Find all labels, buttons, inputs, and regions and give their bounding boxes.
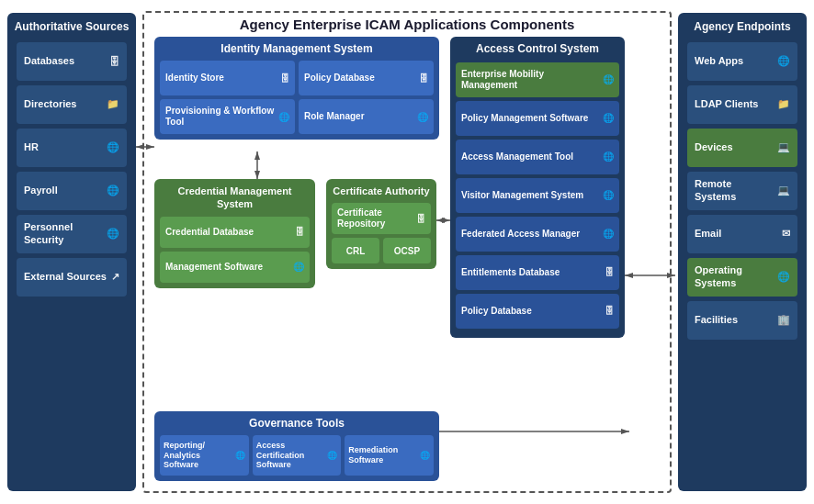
building-icon: 🏢 <box>777 314 790 326</box>
folder-icon: 📁 <box>107 98 119 110</box>
identity-mgmt-grid: Identity Store 🗄 Policy Database 🗄 Provi… <box>160 61 434 134</box>
access-mgmt-tool-label: Access Management Tool <box>461 151 599 162</box>
governance-tools-grid: Reporting/ Analytics Software 🌐 Access C… <box>160 435 434 476</box>
entitlements-db-label: Entitlements Database <box>461 267 601 278</box>
external-sources-label: External Sources <box>24 271 107 283</box>
database-icon: 🗄 <box>295 227 304 237</box>
list-item: Entitlements Database 🗄 <box>456 255 619 290</box>
cert-repository-label: Certificate Repository <box>337 207 413 230</box>
cert-authority-panel: Certificate Authority Certificate Reposi… <box>326 179 436 269</box>
globe-icon: 🌐 <box>327 451 337 460</box>
auth-sources-panel: Authoritative Sources Databases 🗄 Direct… <box>7 13 136 491</box>
list-item: LDAP Clients 📁 <box>687 85 797 124</box>
list-item: Email ✉ <box>687 215 797 253</box>
globe-icon: 🌐 <box>417 112 428 122</box>
list-item: CRL <box>332 238 379 263</box>
list-item: Policy Database 🗄 <box>456 294 619 329</box>
facilities-label: Facilities <box>695 314 774 326</box>
list-item: Databases 🗄 <box>17 42 127 81</box>
list-item: Certificate Repository 🗄 <box>332 203 431 234</box>
auth-sources-title: Authoritative Sources <box>15 20 130 35</box>
database-icon: 🗄 <box>109 56 119 67</box>
role-manager-label: Role Manager <box>304 111 413 122</box>
list-item: Provisioning & Workflow Tool 🌐 <box>160 99 295 134</box>
governance-tools-panel: Governance Tools Reporting/ Analytics So… <box>154 411 439 481</box>
list-item: Role Manager 🌐 <box>299 99 434 134</box>
management-software-label: Management Software <box>165 262 289 273</box>
visitor-mgmt-label: Visitor Management System <box>461 190 599 201</box>
list-item: Facilities 🏢 <box>687 301 797 340</box>
list-item: Enterprise Mobility Management 🌐 <box>456 62 619 97</box>
database-icon: 🗄 <box>280 73 289 84</box>
identity-mgmt-panel: Identity Management System Identity Stor… <box>154 37 439 140</box>
reporting-analytics-label: Reporting/ Analytics Software <box>164 441 232 470</box>
federated-access-label: Federated Access Manager <box>461 229 599 240</box>
agency-endpoints-title: Agency Endpoints <box>694 20 790 35</box>
list-item: Management Software 🌐 <box>160 252 310 283</box>
devices-label: Devices <box>695 141 774 153</box>
list-item: OCSP <box>383 238 431 263</box>
directories-label: Directories <box>24 98 103 110</box>
remote-systems-label: Remote Systems <box>695 178 774 202</box>
globe-icon: 🌐 <box>107 228 119 240</box>
globe-icon: 🌐 <box>603 229 614 239</box>
web-apps-label: Web Apps <box>695 55 774 67</box>
credential-database-label: Credential Database <box>165 227 291 238</box>
list-item: External Sources ↗ <box>17 258 127 297</box>
databases-label: Databases <box>24 55 106 67</box>
list-item: Remediation Software 🌐 <box>345 435 434 476</box>
credential-mgmt-title: Credential Management System <box>160 185 310 211</box>
database-icon: 🗄 <box>605 306 614 316</box>
remediation-software-label: Remediation Software <box>348 445 416 465</box>
globe-icon: 🌐 <box>777 271 790 283</box>
list-item: Credential Database 🗄 <box>160 217 310 248</box>
governance-title: Governance Tools <box>160 417 434 430</box>
list-item: Remote Systems 💻 <box>687 172 797 210</box>
list-item: Federated Access Manager 🌐 <box>456 217 619 252</box>
globe-icon: 🌐 <box>278 112 289 122</box>
globe-icon: 🌐 <box>293 262 304 272</box>
policy-mgmt-software-label: Policy Management Software <box>461 113 599 124</box>
credential-mgmt-inner: Credential Database 🗄 Management Softwar… <box>160 217 310 283</box>
globe-icon: 🌐 <box>603 151 614 162</box>
globe-icon: 🌐 <box>107 141 119 153</box>
list-item: Reporting/ Analytics Software 🌐 <box>160 435 249 476</box>
crl-label: CRL <box>346 246 366 256</box>
email-icon: ✉ <box>782 228 790 240</box>
globe-icon: 🌐 <box>603 113 614 123</box>
access-certification-label: Access Certification Software <box>256 441 324 470</box>
database-icon: 🗄 <box>416 214 425 224</box>
list-item: Policy Management Software 🌐 <box>456 101 619 136</box>
identity-store-label: Identity Store <box>165 73 277 84</box>
list-item: Identity Store 🗄 <box>160 61 295 95</box>
cert-authority-title: Certificate Authority <box>332 185 431 197</box>
list-item: Payroll 🌐 <box>17 172 127 210</box>
diagram: Agency Enterprise ICAM Applications Comp… <box>0 0 814 504</box>
database-icon: 🗄 <box>419 73 428 84</box>
globe-icon: 🌐 <box>107 185 119 196</box>
agency-endpoints-panel: Agency Endpoints Web Apps 🌐 LDAP Clients… <box>678 13 807 491</box>
list-item: Directories 📁 <box>17 85 127 124</box>
provisioning-label: Provisioning & Workflow Tool <box>165 106 275 128</box>
cert-small-items: CRL OCSP <box>332 238 431 263</box>
list-item: Access Management Tool 🌐 <box>456 140 619 174</box>
list-item: Visitor Management System 🌐 <box>456 178 619 213</box>
email-label: Email <box>695 228 778 240</box>
share-icon: ↗ <box>111 271 119 283</box>
globe-icon: 🌐 <box>603 190 614 200</box>
acs-policy-db-label: Policy Database <box>461 306 601 317</box>
list-item: Operating Systems 🌐 <box>687 258 797 297</box>
access-control-panel: Access Control System Enterprise Mobilit… <box>450 37 625 338</box>
access-control-title: Access Control System <box>456 42 619 57</box>
globe-icon: 🌐 <box>603 74 614 84</box>
list-item: HR 🌐 <box>17 129 127 167</box>
laptop-icon: 💻 <box>777 185 790 196</box>
database-icon: 🗄 <box>605 267 614 277</box>
list-item: Web Apps 🌐 <box>687 42 797 81</box>
personnel-security-label: Personnel Security <box>24 221 103 245</box>
folder-icon: 📁 <box>777 98 790 110</box>
hr-label: HR <box>24 141 103 153</box>
list-item: Policy Database 🗄 <box>299 61 434 95</box>
policy-database-label: Policy Database <box>304 73 415 84</box>
globe-icon: 🌐 <box>235 451 245 460</box>
